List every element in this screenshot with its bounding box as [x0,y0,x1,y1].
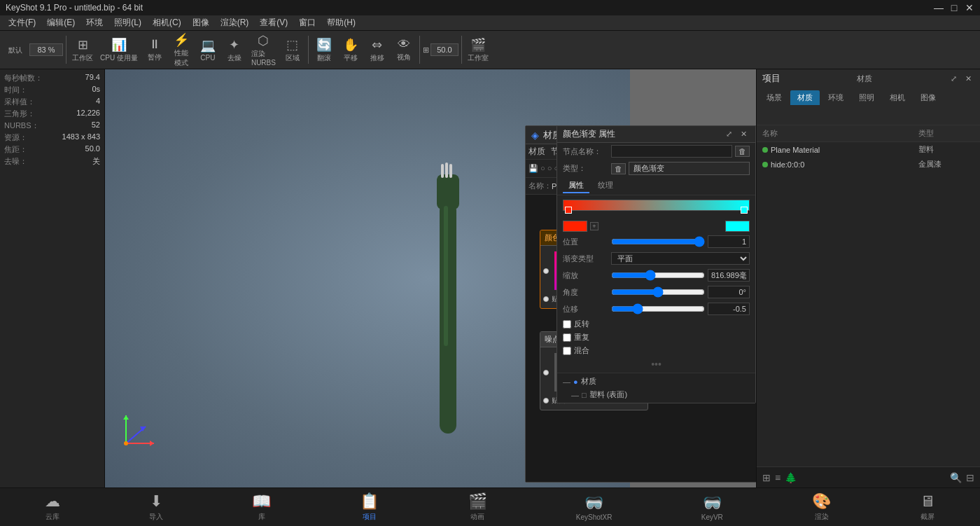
tab-camera[interactable]: 相机 [883,90,912,105]
menu-file[interactable]: 文件(F) [3,15,41,30]
toolbar-workspace[interactable]: ⊞ 工作区 [69,36,96,64]
toolbar-denoise[interactable]: ✦ 去燥 [222,36,247,64]
gradient-attr-title: 颜色渐变 属性 ⤢ ✕ [557,126,755,143]
bottom-tool-library[interactable]: ☁ 云库 [36,490,69,525]
menu-light[interactable]: 照明(L) [108,15,147,30]
gradient-attr-close[interactable]: ✕ [738,129,750,139]
gradient-node-name-input[interactable] [611,145,732,158]
toolbar-pan[interactable]: ✋ 平移 [338,36,363,64]
menu-view[interactable]: 查看(V) [254,15,293,30]
tree-item-plastic[interactable]: — □ 塑料 (表面) [557,388,755,401]
import-icon: ⬇ [150,492,162,511]
svg-rect-4 [449,164,452,178]
gradient-type-clear[interactable]: 🗑 [611,163,626,174]
minimize-button[interactable]: — [934,3,944,13]
bottom-tool-keyshotxr[interactable]: 🥽 KeyShotXR [568,491,621,524]
toolbar-cpu[interactable]: 📊 CPU 使用量 [97,36,141,64]
toolbar-sep3 [419,36,420,64]
gradient-node-name-clear[interactable]: 🗑 [735,146,750,157]
mat-type-hide: 金属漆 [918,159,974,169]
toolbar-pause[interactable]: ⏸ 暂停 [142,36,167,64]
mat-list-item-plane[interactable]: Plane Material 塑料 [757,142,980,157]
right-panel-expand[interactable]: ⤢ [948,74,960,84]
bottom-tool-lib2[interactable]: 📖 库 [244,490,279,525]
close-button[interactable]: ✕ [965,3,974,13]
gradient-attr-expand[interactable]: ⤢ [723,129,735,139]
gradient-angle-slider[interactable] [611,286,705,298]
toolbar-studio[interactable]: 🎬 工作室 [465,36,491,64]
toolbar-region[interactable]: ⬚ 区域 [280,36,305,64]
toolbar-tumble[interactable]: 🔄 翻滚 [312,36,337,64]
toolbar-cpu2[interactable]: 💻 CPU [195,36,220,63]
bottom-tool-import[interactable]: ⬇ 导入 [141,490,172,525]
bottom-tool-render[interactable]: 🎨 渲染 [804,490,839,525]
zoom-input[interactable] [29,43,63,56]
mat-dot-plane [762,147,768,153]
toolbar-dolly[interactable]: ⇔ 推移 [365,36,390,64]
fov-input[interactable] [430,43,458,56]
tab-lighting[interactable]: 照明 [852,90,881,105]
gradient-color-bar[interactable] [563,200,750,211]
menu-edit[interactable]: 编辑(E) [41,15,80,30]
menu-image[interactable]: 图像 [187,15,215,30]
tab-environment[interactable]: 环境 [821,90,850,105]
tab-attribute[interactable]: 属性 [563,179,589,193]
toolbar-perf[interactable]: ⚡ 性能模式 [169,31,194,69]
mgmenu-material[interactable]: 材质 [528,146,545,158]
right-panel-material-label: 材质 [857,74,872,84]
right-panel-project-label: 项目 [762,72,780,85]
bottom-tool-keyvr[interactable]: 🥽 KeyVR [693,491,732,524]
gradient-invert-check[interactable] [563,320,571,328]
gradient-offset-value[interactable] [708,303,750,315]
gradient-stop-left[interactable] [565,207,572,214]
gradient-fadetype-select[interactable]: 平面 球形 圆柱 [611,252,750,265]
bottom-tool-project[interactable]: 📋 项目 [351,490,387,525]
icon-filter[interactable]: ⊟ [966,472,974,483]
gradient-mix-row: 混合 [557,344,755,357]
viewport[interactable]: ◈ 材质图 — □ ✕ 材质 节点 查看 窗口 💾 ○ ○ ○ 🔒 □ ▣ ○ … [105,69,756,487]
menu-camera[interactable]: 相机(C) [147,15,187,30]
maximize-button[interactable]: □ [949,3,959,13]
icon-search[interactable]: 🔍 [950,472,962,483]
toolbar-fov[interactable]: 👁 视角 [391,36,416,64]
menu-env[interactable]: 环境 [80,15,108,30]
window-controls[interactable]: — □ ✕ [934,3,974,13]
material-list: 名称 类型 Plane Material 塑料 hide:0:0:0 金属漆 [757,125,980,466]
gradient-scale-slider[interactable] [611,270,705,281]
gradient-mix-check[interactable] [563,347,571,355]
svg-point-12 [124,441,128,445]
icon-tree[interactable]: 🌲 [785,472,797,483]
icon-grid[interactable]: ⊞ [762,472,771,483]
tab-scene[interactable]: 场景 [760,90,789,105]
bottom-tool-screenshot[interactable]: 🖥 截屏 [911,490,944,525]
gradient-angle-value[interactable] [708,286,750,298]
icon-list[interactable]: ≡ [775,472,780,483]
stat-samples: 采样值： 4 [3,96,102,108]
swatch-red[interactable] [563,221,587,232]
menu-render[interactable]: 渲染(R) [215,15,255,30]
tab-material[interactable]: 材质 [790,90,820,105]
toolbar-sep4 [461,36,462,64]
gradient-repeat-check[interactable] [563,333,571,342]
gradient-stop-right[interactable] [741,207,748,214]
screenshot-icon: 🖥 [920,492,935,511]
swatch-add[interactable]: + [590,222,598,230]
gradient-position-slider[interactable] [611,236,705,247]
toolbar-nurbs[interactable]: ⬡ 渲染NURBS [248,32,279,68]
mat-list-item-hide[interactable]: hide:0:0:0 金属漆 [757,157,980,172]
right-panel-tabs: 项目 材质 ⤢ ✕ 场景 材质 环境 照明 相机 图像 [757,69,980,125]
gradient-position-value[interactable] [708,235,750,248]
menu-help[interactable]: 帮助(H) [321,15,361,30]
bottom-tool-animation[interactable]: 🎬 动画 [460,490,496,525]
tree-item-material[interactable]: — ● 材质 [557,375,755,388]
tab-texture[interactable]: 纹理 [592,179,619,193]
tab-image[interactable]: 图像 [913,90,943,105]
toolbar-zoom[interactable] [29,43,63,56]
swatch-cyan[interactable] [725,221,750,232]
lib2-icon: 📖 [252,492,271,511]
gradient-offset-slider[interactable] [611,303,705,314]
gradient-scale-value[interactable] [708,269,750,282]
menu-window[interactable]: 窗口 [293,15,321,30]
toolbar-default[interactable]: 默认 [3,43,28,57]
right-panel-close[interactable]: ✕ [962,74,974,84]
